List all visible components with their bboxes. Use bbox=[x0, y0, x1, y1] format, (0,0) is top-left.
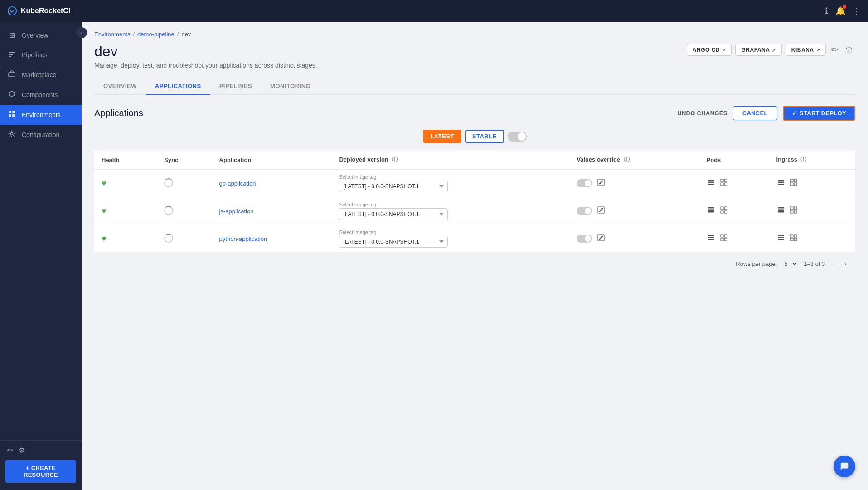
svg-rect-20 bbox=[778, 182, 784, 183]
ingress-inner-2 bbox=[776, 233, 848, 244]
app-link-1[interactable]: js-application bbox=[219, 208, 254, 215]
prev-page-button[interactable]: ‹ bbox=[830, 258, 836, 270]
sidebar-item-label-pipelines: Pipelines bbox=[22, 51, 48, 59]
app-title: KubeRocketCI bbox=[21, 7, 70, 15]
environments-icon bbox=[7, 110, 16, 119]
svg-rect-12 bbox=[708, 180, 714, 181]
undo-changes-button[interactable]: UNDO CHANGES bbox=[677, 110, 727, 117]
svg-rect-25 bbox=[794, 183, 797, 186]
svg-rect-33 bbox=[724, 211, 727, 213]
settings-bottom-icon[interactable]: ⚙ bbox=[19, 446, 25, 455]
sidebar-item-configuration[interactable]: Configuration bbox=[0, 125, 82, 145]
svg-rect-36 bbox=[778, 211, 784, 213]
deployed-version-info-icon[interactable]: ⓘ bbox=[392, 156, 398, 163]
ingress-grid-button-1[interactable] bbox=[789, 206, 798, 216]
values-edit-button-2[interactable] bbox=[596, 233, 606, 244]
version-select-0[interactable]: [LATEST] - 0.0.0-SNAPSHOT.1 bbox=[339, 181, 448, 192]
tab-applications[interactable]: APPLICATIONS bbox=[146, 78, 210, 95]
svg-rect-15 bbox=[721, 179, 723, 182]
values-edit-button-0[interactable] bbox=[596, 178, 606, 189]
sidebar-item-environments[interactable]: Environments bbox=[0, 105, 82, 125]
table-row: ♥ python-application Select image tag [L… bbox=[94, 225, 855, 253]
info-icon[interactable]: ℹ bbox=[825, 6, 828, 16]
pipelines-icon bbox=[7, 50, 16, 59]
page-delete-button[interactable]: 🗑 bbox=[844, 44, 855, 57]
values-override-toggle-0[interactable] bbox=[577, 179, 592, 187]
tab-pipelines[interactable]: PIPELINES bbox=[210, 78, 261, 95]
ingress-grid-button-2[interactable] bbox=[789, 233, 798, 244]
breadcrumb-demo-pipeline[interactable]: demo-pipeline bbox=[137, 31, 175, 38]
pods-grid-button-0[interactable] bbox=[719, 178, 728, 189]
sidebar-item-overview[interactable]: ⊞ Overview bbox=[0, 25, 82, 45]
create-resource-button[interactable]: + CREATE RESOURCE bbox=[5, 460, 76, 483]
values-override-info-icon[interactable]: ⓘ bbox=[624, 156, 630, 163]
sync-cell-2 bbox=[157, 225, 212, 253]
version-select-1[interactable]: [LATEST] - 0.0.0-SNAPSHOT.1 bbox=[339, 208, 448, 220]
ingress-list-button-1[interactable] bbox=[776, 206, 786, 216]
values-override-toggle-2[interactable] bbox=[577, 235, 592, 243]
values-override-inner-0 bbox=[577, 178, 692, 189]
app-link-2[interactable]: python-application bbox=[219, 235, 267, 242]
values-override-toggle-1[interactable] bbox=[577, 207, 592, 215]
tab-overview[interactable]: OVERVIEW bbox=[94, 78, 146, 95]
page-edit-button[interactable]: ✏ bbox=[829, 43, 840, 57]
th-values-override: Values override ⓘ bbox=[569, 150, 699, 170]
sidebar-bottom: ✏ ⚙ bbox=[0, 440, 82, 460]
values-override-cell-1 bbox=[569, 197, 699, 225]
version-cell-1: Select image tag [LATEST] - 0.0.0-SNAPSH… bbox=[332, 197, 569, 225]
version-toggle-switch[interactable] bbox=[508, 132, 527, 142]
pods-grid-button-2[interactable] bbox=[719, 233, 728, 244]
edit-bottom-icon[interactable]: ✏ bbox=[7, 446, 13, 455]
ingress-list-button-0[interactable] bbox=[776, 178, 786, 189]
svg-rect-38 bbox=[794, 207, 797, 210]
svg-rect-47 bbox=[721, 238, 723, 241]
sidebar-item-marketplace[interactable]: Marketplace bbox=[0, 65, 82, 85]
svg-rect-7 bbox=[12, 111, 15, 113]
breadcrumb-sep-2: / bbox=[177, 31, 179, 38]
svg-rect-3 bbox=[9, 56, 11, 57]
app-name-cell-0: go-application bbox=[212, 170, 332, 197]
rows-per-page-select[interactable]: 5 10 25 bbox=[782, 260, 798, 268]
start-deploy-button[interactable]: ✓ START DEPLOY bbox=[783, 106, 855, 121]
grafana-button[interactable]: GRAFANA ↗ bbox=[735, 44, 781, 56]
ingress-list-button-2[interactable] bbox=[776, 233, 786, 244]
svg-rect-31 bbox=[724, 207, 727, 210]
pods-list-button-1[interactable] bbox=[707, 206, 716, 216]
pods-list-button-0[interactable] bbox=[707, 178, 716, 189]
svg-marker-5 bbox=[9, 91, 15, 97]
breadcrumb-environments[interactable]: Environments bbox=[94, 31, 130, 38]
more-icon[interactable]: ⋮ bbox=[853, 6, 861, 16]
components-icon bbox=[7, 90, 16, 99]
kibana-button[interactable]: KIBANA ↗ bbox=[786, 44, 826, 56]
svg-rect-45 bbox=[721, 235, 723, 237]
sidebar-collapse-button[interactable]: ‹ bbox=[76, 27, 87, 38]
table-row: ♥ go-application Select image tag [LATES… bbox=[94, 170, 855, 197]
bell-icon[interactable]: 🔔 bbox=[835, 6, 845, 16]
tab-monitoring[interactable]: MONITORING bbox=[261, 78, 320, 95]
sidebar-item-pipelines[interactable]: Pipelines bbox=[0, 45, 82, 65]
start-deploy-label: START DEPLOY bbox=[800, 110, 846, 117]
svg-rect-4 bbox=[9, 73, 15, 77]
kibana-ext-icon: ↗ bbox=[816, 47, 820, 53]
ingress-grid-button-0[interactable] bbox=[789, 178, 798, 189]
svg-rect-43 bbox=[708, 237, 714, 239]
version-select-wrap-2: Select image tag [LATEST] - 0.0.0-SNAPSH… bbox=[339, 230, 562, 248]
latest-version-button[interactable]: LATEST bbox=[423, 130, 461, 143]
pods-list-button-2[interactable] bbox=[707, 233, 716, 244]
svg-rect-11 bbox=[598, 179, 604, 186]
page-actions: ARGO CD ↗ GRAFANA ↗ KIBANA ↗ ✏ 🗑 bbox=[687, 43, 855, 57]
app-link-0[interactable]: go-application bbox=[219, 180, 256, 187]
pods-grid-button-1[interactable] bbox=[719, 206, 728, 216]
svg-rect-13 bbox=[708, 182, 714, 183]
argo-cd-label: ARGO CD bbox=[693, 47, 720, 53]
version-select-2[interactable]: [LATEST] - 0.0.0-SNAPSHOT.1 bbox=[339, 236, 448, 248]
ingress-info-icon[interactable]: ⓘ bbox=[800, 156, 806, 163]
stable-version-button[interactable]: STABLE bbox=[465, 130, 504, 143]
sidebar-item-components[interactable]: Components bbox=[0, 85, 82, 105]
logo-icon bbox=[7, 6, 17, 16]
next-page-button[interactable]: › bbox=[842, 258, 848, 270]
argo-cd-button[interactable]: ARGO CD ↗ bbox=[687, 44, 732, 56]
values-edit-button-1[interactable] bbox=[596, 206, 606, 216]
chat-fab-button[interactable] bbox=[834, 456, 855, 477]
cancel-button[interactable]: CANCEL bbox=[733, 106, 777, 120]
